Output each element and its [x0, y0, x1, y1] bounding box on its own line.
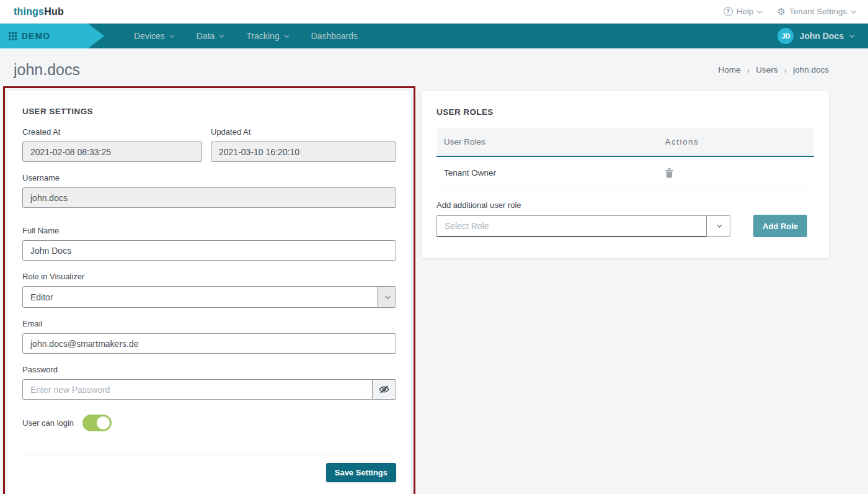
tenant-selector[interactable]: DEMO	[0, 24, 104, 48]
select-role-input[interactable]	[436, 215, 707, 237]
chevron-down-icon	[849, 32, 854, 37]
nav-label: Devices	[134, 31, 165, 41]
chevron-down-icon	[717, 222, 722, 227]
column-header-actions: Actions	[665, 137, 699, 146]
created-at-label: Created At	[22, 127, 202, 137]
nav-label: Tracking	[246, 31, 279, 41]
main-navbar: DEMO Devices Data Tracking Dashboards JD…	[0, 24, 868, 48]
chevron-down-icon	[758, 8, 763, 13]
created-at-field	[22, 141, 202, 162]
chevron-down-icon	[385, 294, 390, 299]
logo-text-primary: things	[14, 6, 44, 17]
toggle-password-visibility-button[interactable]	[373, 379, 396, 400]
grid-icon	[9, 32, 17, 40]
password-label: Password	[22, 365, 396, 374]
avatar: JD	[777, 28, 794, 44]
column-header-user-roles: User Roles	[436, 137, 665, 146]
tenant-name: DEMO	[22, 31, 50, 41]
add-role-label: Add additional user role	[436, 200, 814, 210]
nav-label: Dashboards	[311, 31, 358, 41]
password-field[interactable]	[22, 379, 373, 400]
thingshub-logo[interactable]: thingsHub	[14, 6, 64, 17]
user-menu[interactable]: JD John Docs	[777, 28, 853, 44]
username-field	[22, 187, 396, 208]
email-label: Email	[22, 319, 396, 328]
role-in-visualizer-select[interactable]: Editor	[22, 286, 396, 308]
chevron-down-icon	[169, 32, 174, 37]
help-menu[interactable]: ? Help	[724, 7, 761, 16]
trash-icon	[665, 168, 674, 178]
role-name: Tenant Owner	[436, 168, 665, 177]
logo-text-secondary: Hub	[44, 6, 64, 17]
highlight-outline: USER SETTINGS Created At Updated At User…	[3, 86, 415, 494]
page-title: john.docs	[14, 61, 80, 79]
user-roles-card: USER ROLES User Roles Actions Tenant Own…	[422, 91, 829, 258]
breadcrumb-separator: ›	[784, 65, 787, 75]
user-name: John Docs	[799, 31, 844, 41]
table-row: Tenant Owner	[436, 157, 814, 189]
chevron-down-icon	[219, 32, 224, 37]
select-dropdown-button[interactable]	[377, 287, 396, 307]
save-settings-button[interactable]: Save Settings	[326, 463, 396, 482]
role-dropdown-button[interactable]	[707, 215, 730, 237]
tenant-settings-label: Tenant Settings	[789, 7, 847, 16]
breadcrumb-separator: ›	[747, 65, 750, 75]
help-label: Help	[737, 7, 754, 16]
email-field[interactable]	[22, 333, 396, 354]
nav-item-dashboards[interactable]: Dashboards	[311, 31, 358, 41]
updated-at-label: Updated At	[211, 127, 396, 137]
eye-slash-icon	[379, 384, 389, 395]
breadcrumb-current: john.docs	[793, 65, 829, 74]
user-can-login-toggle[interactable]	[82, 415, 112, 431]
chevron-down-icon	[284, 32, 289, 37]
gear-icon: ⚙	[777, 7, 785, 16]
delete-role-button[interactable]	[665, 168, 674, 178]
nav-item-devices[interactable]: Devices	[134, 31, 173, 41]
updated-at-field	[211, 141, 396, 162]
full-name-field[interactable]	[22, 240, 396, 261]
nav-item-data[interactable]: Data	[197, 31, 223, 41]
nav-item-tracking[interactable]: Tracking	[246, 31, 287, 41]
add-role-button[interactable]: Add Role	[753, 215, 807, 237]
chevron-down-icon	[851, 8, 856, 13]
breadcrumb-users[interactable]: Users	[756, 65, 777, 74]
user-settings-heading: USER SETTINGS	[22, 107, 396, 116]
divider	[22, 454, 396, 454]
user-can-login-label: User can login	[22, 418, 74, 428]
tenant-settings-menu[interactable]: ⚙ Tenant Settings	[777, 7, 854, 16]
breadcrumb: Home › Users › john.docs	[719, 65, 829, 75]
toggle-knob	[97, 416, 110, 429]
user-roles-heading: USER ROLES	[436, 107, 814, 117]
username-label: Username	[22, 173, 396, 182]
breadcrumb-home[interactable]: Home	[719, 65, 741, 74]
nav-label: Data	[197, 31, 215, 41]
roles-table-header: User Roles Actions	[436, 128, 814, 157]
user-settings-card: USER SETTINGS Created At Updated At User…	[7, 91, 411, 494]
full-name-label: Full Name	[22, 226, 396, 235]
selected-role-value: Editor	[23, 287, 377, 307]
role-in-visualizer-label: Role in Visualizer	[22, 272, 396, 281]
help-icon: ?	[724, 7, 733, 16]
topbar: thingsHub ? Help ⚙ Tenant Settings	[0, 0, 868, 24]
